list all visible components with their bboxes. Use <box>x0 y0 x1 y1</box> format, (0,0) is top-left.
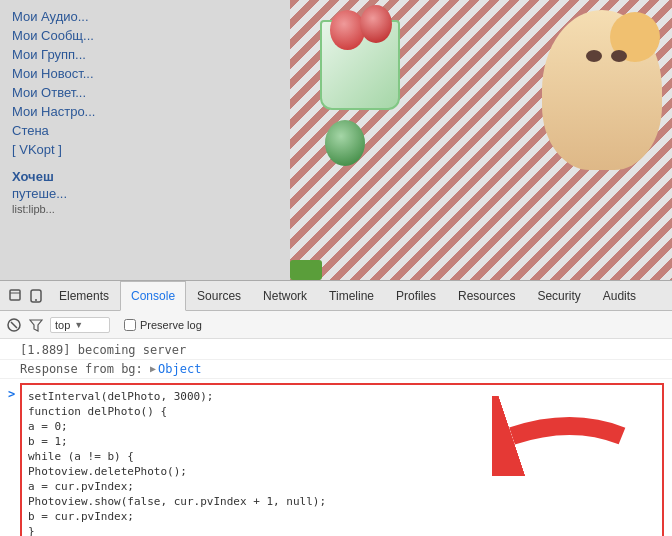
photo-area <box>290 0 672 280</box>
context-filter-dropdown[interactable]: top ▼ <box>50 317 110 333</box>
tab-security[interactable]: Security <box>526 281 591 311</box>
console-line-2: Response from bg: ▶ Object <box>0 360 672 379</box>
sidebar-item-wall[interactable]: Стена <box>12 122 278 139</box>
code-block: setInterval(delPhoto, 3000); function de… <box>20 383 664 536</box>
code-block-container: > setInterval(delPhoto, 3000); function … <box>4 383 668 536</box>
preserve-log-area: Preserve log <box>124 319 202 331</box>
sidebar-item-vkopt[interactable]: [ VKopt ] <box>12 141 278 158</box>
console-prompt: > <box>8 387 15 401</box>
devtools-tab-bar: Elements Console Sources Network Timelin… <box>0 281 672 311</box>
sidebar-item-settings[interactable]: Мои Настро... <box>12 103 278 120</box>
console-toolbar: top ▼ Preserve log <box>0 311 672 339</box>
sidebar-item-messages[interactable]: Мои Сообщ... <box>12 27 278 44</box>
svg-marker-6 <box>30 320 42 331</box>
mobile-icon[interactable] <box>28 288 44 304</box>
tab-timeline[interactable]: Timeline <box>318 281 385 311</box>
tab-network[interactable]: Network <box>252 281 318 311</box>
sidebar-item-news[interactable]: Мои Новост... <box>12 65 278 82</box>
inspect-icon[interactable] <box>8 288 24 304</box>
devtools-panel: Elements Console Sources Network Timelin… <box>0 280 672 536</box>
console-output: [1.889] becoming server Response from bg… <box>0 339 672 536</box>
tab-resources[interactable]: Resources <box>447 281 526 311</box>
sidebar-item-audio[interactable]: Мои Аудио... <box>12 8 278 25</box>
console-line-1: [1.889] becoming server <box>0 341 672 360</box>
sidebar-item-answers[interactable]: Мои Ответ... <box>12 84 278 101</box>
chevron-down-icon: ▼ <box>74 320 83 330</box>
sidebar-promo-list: list:lipb... <box>12 202 278 216</box>
svg-line-5 <box>11 322 17 328</box>
sidebar-promo[interactable]: Хочеш <box>12 168 278 185</box>
svg-point-3 <box>35 299 37 301</box>
tab-elements[interactable]: Elements <box>48 281 120 311</box>
sidebar-item-groups[interactable]: Мои Групп... <box>12 46 278 63</box>
filter-icon[interactable] <box>28 317 44 333</box>
webpage-area: Мои Аудио... Мои Сообщ... Мои Групп... М… <box>0 0 672 280</box>
expand-arrow-icon[interactable]: ▶ <box>150 361 156 377</box>
devtools-left-icons <box>4 288 48 304</box>
tab-sources[interactable]: Sources <box>186 281 252 311</box>
preserve-log-label: Preserve log <box>140 319 202 331</box>
object-link[interactable]: Object <box>158 361 201 377</box>
tab-console[interactable]: Console <box>120 281 186 311</box>
green-button[interactable] <box>290 260 322 280</box>
clear-console-icon[interactable] <box>6 317 22 333</box>
svg-rect-0 <box>10 290 20 300</box>
sidebar-promo-sub[interactable]: путеше... <box>12 185 278 202</box>
tab-profiles[interactable]: Profiles <box>385 281 447 311</box>
sidebar-menu: Мои Аудио... Мои Сообщ... Мои Групп... М… <box>0 0 290 280</box>
preserve-log-checkbox[interactable] <box>124 319 136 331</box>
tab-audits[interactable]: Audits <box>592 281 647 311</box>
